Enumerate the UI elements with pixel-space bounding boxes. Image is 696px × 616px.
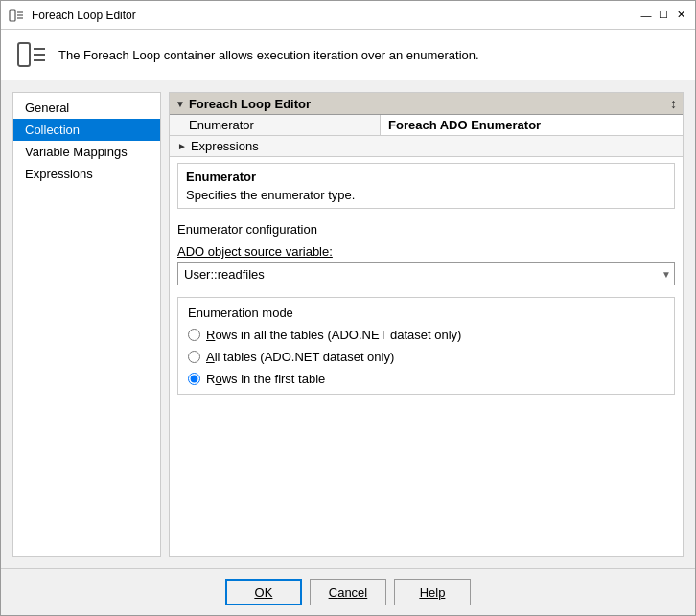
editor-panel: ▼ Foreach Loop Editor ↕ Enumerator Forea…	[169, 92, 684, 557]
property-row-enumerator: Enumerator Foreach ADO Enumerator	[170, 115, 683, 136]
ado-source-label: ADO object source variable:	[177, 244, 675, 259]
header-area: The Foreach Loop container allows execut…	[1, 30, 695, 80]
sidebar: General Collection Variable Mappings Exp…	[12, 92, 161, 557]
right-panel: ▼ Foreach Loop Editor ↕ Enumerator Forea…	[169, 92, 684, 557]
title-bar-left: Foreach Loop Editor	[9, 8, 136, 23]
footer: OK Cancel Help	[1, 568, 695, 615]
editor-title: ▼ Foreach Loop Editor	[175, 97, 311, 111]
config-title: Enumerator configuration	[177, 222, 675, 237]
ado-source-label-underline: ADO object source variable:	[177, 244, 333, 259]
sidebar-item-general[interactable]: General	[13, 97, 160, 119]
header-description: The Foreach Loop container allows execut…	[58, 48, 479, 62]
cancel-button[interactable]: Cancel	[310, 579, 386, 605]
svg-rect-4	[18, 43, 30, 66]
description-title: Enumerator	[186, 170, 666, 184]
scroll-icon: ↕	[670, 96, 677, 111]
radio-all-tables[interactable]: All tables (ADO.NET dataset only)	[188, 350, 664, 364]
help-label: Help	[420, 585, 446, 600]
radio-rows-first-table[interactable]: Rows in the first table	[188, 372, 664, 386]
radio-rows-all-tables[interactable]: Rows in all the tables (ADO.NET dataset …	[188, 328, 664, 342]
radio-all-tables-label: All tables (ADO.NET dataset only)	[206, 350, 394, 364]
cancel-label: Cancel	[329, 585, 367, 600]
ado-source-dropdown[interactable]: User::readfiles	[177, 262, 675, 285]
radio-rows-first-table-label: Rows in the first table	[206, 372, 325, 386]
property-value-enumerator[interactable]: Foreach ADO Enumerator	[381, 115, 683, 135]
ok-label: OK	[255, 585, 273, 600]
header-icon	[16, 39, 47, 70]
radio-rows-first-table-input[interactable]	[188, 373, 200, 385]
window-icon	[9, 8, 24, 23]
ok-button[interactable]: OK	[225, 579, 302, 605]
property-grid: Enumerator Foreach ADO Enumerator ► Expr…	[170, 115, 683, 157]
description-box: Enumerator Specifies the enumerator type…	[177, 163, 675, 209]
help-button[interactable]: Help	[394, 579, 471, 605]
radio-rows-all-tables-label: Rows in all the tables (ADO.NET dataset …	[206, 328, 461, 342]
enum-mode-title: Enumeration mode	[188, 306, 664, 320]
close-button[interactable]: ✕	[674, 9, 687, 22]
collapse-icon[interactable]: ▼	[175, 99, 185, 109]
minimize-button[interactable]: —	[639, 9, 653, 22]
editor-header: ▼ Foreach Loop Editor ↕	[170, 93, 683, 115]
dropdown-wrapper: User::readfiles ▼	[177, 262, 675, 285]
enum-mode-box: Enumeration mode Rows in all the tables …	[177, 297, 675, 395]
sidebar-item-collection[interactable]: Collection	[13, 119, 160, 141]
svg-rect-0	[10, 10, 15, 21]
property-name-expressions: Expressions	[191, 139, 259, 153]
radio-group: Rows in all the tables (ADO.NET dataset …	[188, 328, 664, 386]
radio-rows-all-tables-input[interactable]	[188, 329, 200, 341]
expand-icon: ►	[177, 141, 187, 151]
main-content: General Collection Variable Mappings Exp…	[1, 80, 695, 568]
config-section: Enumerator configuration ADO object sour…	[170, 215, 683, 556]
property-name-enumerator: Enumerator	[170, 115, 381, 135]
window-title: Foreach Loop Editor	[32, 9, 136, 22]
description-text: Specifies the enumerator type.	[186, 188, 666, 202]
maximize-button[interactable]: ☐	[657, 9, 670, 22]
window-controls: — ☐ ✕	[639, 9, 687, 22]
title-bar: Foreach Loop Editor — ☐ ✕	[1, 1, 695, 30]
sidebar-item-expressions[interactable]: Expressions	[13, 163, 160, 185]
sidebar-item-variable-mappings[interactable]: Variable Mappings	[13, 141, 160, 163]
main-window: Foreach Loop Editor — ☐ ✕ The Foreach Lo…	[0, 0, 696, 616]
radio-all-tables-input[interactable]	[188, 351, 200, 363]
property-row-expressions[interactable]: ► Expressions	[170, 136, 683, 157]
